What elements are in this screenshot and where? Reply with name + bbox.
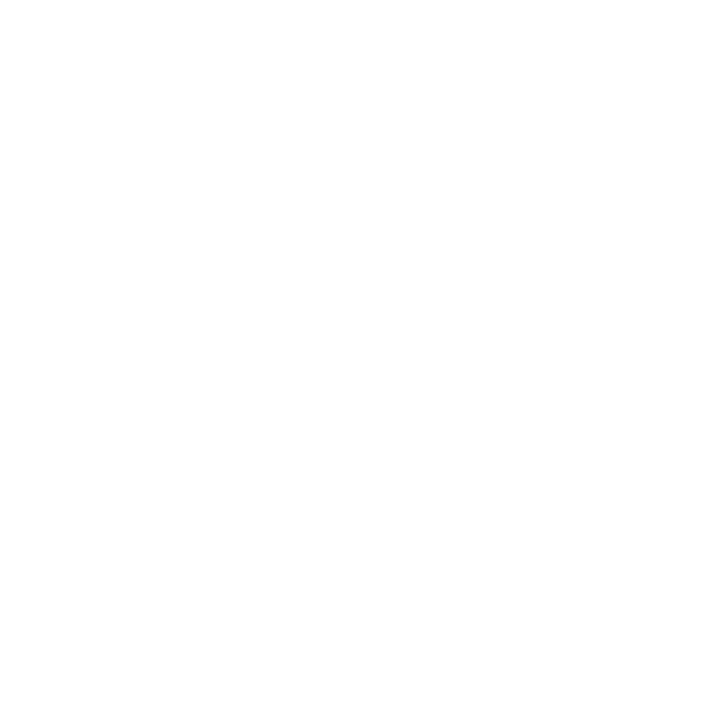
chart-canvas [0,0,728,728]
bottleneck-chart [0,0,728,728]
